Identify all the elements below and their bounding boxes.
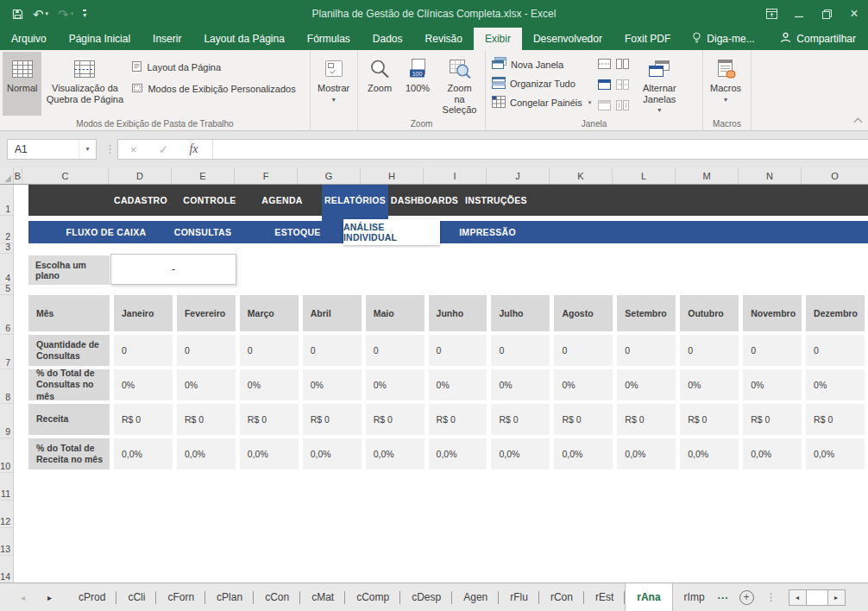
plan-selector-dropdown[interactable]: - [110,254,236,285]
column-header[interactable]: N [739,167,802,184]
tab-layout-da-pagina[interactable]: Layout da Página [192,28,295,50]
table-value-cell[interactable]: 0,0% [680,438,739,469]
subnav-analise-individual-active[interactable]: ANÁLISE INDIVIDUAL [343,219,440,245]
table-value-cell[interactable]: 0,0% [429,438,487,469]
close-button[interactable]: × [840,0,868,28]
sheet-tab[interactable]: cMat [300,583,345,611]
table-value-cell[interactable]: 0% [429,369,487,400]
scroll-left-icon[interactable]: ◂ [789,589,807,606]
table-value-cell[interactable]: 0 [491,335,550,366]
column-header[interactable]: E [172,167,235,184]
row-header[interactable]: 12 [0,501,13,528]
subnav-consultas[interactable]: CONSULTAS [174,221,231,243]
hide-window-icon[interactable] [598,78,611,93]
table-value-cell[interactable]: 0,0% [806,438,865,469]
tab-exibir[interactable]: Exibir [474,28,522,50]
nav-instrucoes[interactable]: INSTRUÇÕES [465,185,527,216]
row-header[interactable]: 3 [0,243,13,254]
table-value-cell[interactable]: R$ 0 [114,404,173,435]
collapse-ribbon-icon[interactable] [854,118,863,127]
macros-button[interactable]: Macros ▾ [706,52,745,116]
row-header[interactable]: 2 [0,216,13,243]
row-header[interactable]: 10 [0,438,13,473]
nav-agenda[interactable]: AGENDA [261,185,302,216]
sheet-tab[interactable]: cProd [67,583,116,611]
page-break-preview-button[interactable]: Visualização da Quebra de Página [41,52,128,116]
table-value-cell[interactable]: 0 [240,335,299,366]
table-value-cell[interactable]: 0,0% [743,438,802,469]
tab-formulas[interactable]: Fórmulas [296,28,362,50]
restore-button[interactable] [813,0,840,28]
formula-input[interactable] [213,140,868,159]
table-value-cell[interactable]: R$ 0 [177,404,236,435]
table-value-cell[interactable]: 0,0% [114,438,173,469]
name-box[interactable]: A1 ▾ [7,139,97,160]
sheet-tab[interactable]: Agen [452,583,499,611]
minimize-button[interactable] [785,0,813,28]
next-sheet-icon[interactable]: ▸ [47,593,52,602]
column-header[interactable]: D [109,167,172,184]
column-header[interactable]: I [424,167,487,184]
select-all-corner[interactable] [0,167,14,184]
sheet-tab[interactable]: cComp [345,583,400,611]
tab-revisao[interactable]: Revisão [414,28,474,50]
table-value-cell[interactable]: 0% [303,369,362,400]
share-button[interactable]: Compartilhar [768,28,868,50]
table-value-cell[interactable]: 0% [743,369,802,400]
column-header[interactable]: G [298,167,361,184]
sheet-tab[interactable]: cCon [254,583,300,611]
page-layout-button[interactable]: Layout da Página [128,60,299,74]
table-value-cell[interactable]: 0,0% [554,438,613,469]
table-value-cell[interactable]: 0% [806,369,865,400]
table-value-cell[interactable]: 0,0% [240,438,299,469]
table-value-cell[interactable]: R$ 0 [680,404,739,435]
tell-me-box[interactable]: Diga-me... [682,28,764,50]
column-header[interactable]: F [235,167,298,184]
sheet-tab[interactable]: rImp [673,583,716,611]
zoom-100-button[interactable]: 100 100% [399,52,437,116]
previous-sheet-icon[interactable]: ◂ [21,593,25,602]
table-value-cell[interactable]: R$ 0 [303,404,362,435]
ribbon-display-options-button[interactable] [758,0,785,28]
table-value-cell[interactable]: 0% [680,369,739,400]
sheet-grid[interactable]: 1234567891011121314 CADASTRO CONTROLE AG… [0,185,868,583]
save-icon[interactable] [9,3,27,24]
table-value-cell[interactable]: 0,0% [177,438,236,469]
table-value-cell[interactable]: R$ 0 [240,404,299,435]
column-header[interactable]: H [361,167,424,184]
table-value-cell[interactable]: 0 [303,335,362,366]
table-value-cell[interactable]: R$ 0 [806,404,865,435]
table-value-cell[interactable]: 0% [554,369,613,400]
subnav-fluxo-de-caixa[interactable]: FLUXO DE CAIXA [66,221,147,243]
tab-pagina-inicial[interactable]: Página Inicial [58,28,142,50]
table-value-cell[interactable]: 0 [114,335,173,366]
nav-dashboards[interactable]: DASHBOARDS [391,185,458,216]
column-header[interactable]: C [22,167,109,184]
freeze-panes-button[interactable]: Congelar Painéis ▾ [488,96,594,110]
confirm-entry-icon[interactable]: ✓ [148,143,179,156]
view-side-by-side-icon[interactable] [616,57,629,72]
table-value-cell[interactable]: 0% [617,369,676,400]
scrollbar-thumb[interactable] [807,589,827,606]
row-header[interactable]: 6 [0,295,13,335]
table-value-cell[interactable]: 0% [114,369,173,400]
table-value-cell[interactable]: 0,0% [303,438,362,469]
more-sheets-indicator[interactable]: ... [716,589,733,605]
tab-inserir[interactable]: Inserir [142,28,192,50]
cancel-entry-icon[interactable]: × [118,143,148,156]
column-header[interactable]: O [802,167,868,184]
sheet-tab[interactable]: cPlan [205,583,254,611]
unhide-window-icon[interactable] [598,98,611,114]
insert-function-icon[interactable]: fx [179,142,209,156]
column-header[interactable]: J [487,167,550,184]
table-value-cell[interactable]: 0,0% [617,438,676,469]
subnav-estoque[interactable]: ESTOQUE [274,221,320,243]
new-window-button[interactable]: Nova Janela [488,57,594,72]
switch-windows-button[interactable]: Alternar Janelas ▾ [632,52,686,116]
table-value-cell[interactable]: 0 [177,335,236,366]
sheet-tab[interactable]: rEst [584,583,625,611]
reset-window-position-icon[interactable] [616,98,629,114]
table-value-cell[interactable]: 0 [366,335,425,366]
nav-cadastro[interactable]: CADASTRO [114,185,167,216]
sheet-tab-active[interactable]: rAna [625,583,672,611]
